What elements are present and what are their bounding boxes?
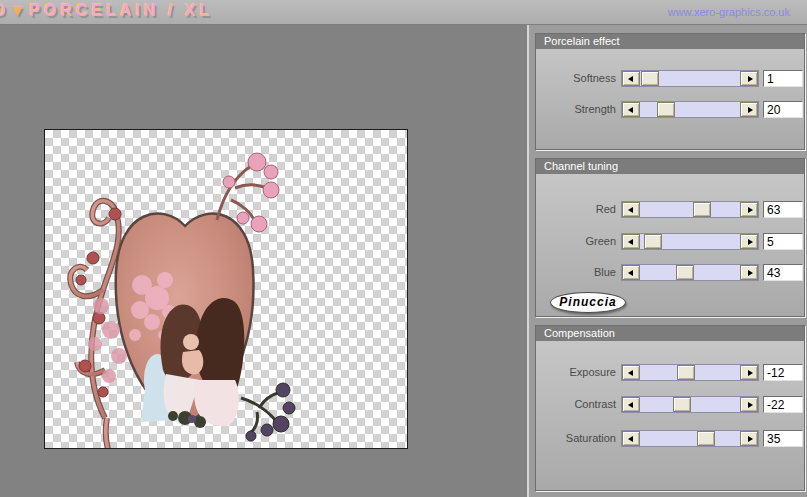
- value-field[interactable]: 63: [763, 201, 803, 218]
- slider-track[interactable]: [621, 201, 759, 218]
- value-field[interactable]: -22: [763, 396, 803, 413]
- arrow-left-icon: [628, 239, 633, 245]
- title-bar: O▼PORCELAIN / XL www.xero-graphics.co.uk: [0, 0, 807, 25]
- workspace-background: [0, 25, 527, 497]
- slider-left-arrow-button[interactable]: [622, 265, 640, 280]
- arrow-right-icon: [748, 107, 753, 113]
- arrow-right-icon: [748, 207, 753, 213]
- slider-label: Contrast: [536, 398, 616, 410]
- slider-row: Contrast -22: [536, 396, 804, 413]
- arrow-right-icon: [748, 270, 753, 276]
- slider-row: Green 5: [536, 233, 804, 250]
- slider-left-arrow-button[interactable]: [622, 365, 640, 380]
- section-header: Compensation: [536, 326, 804, 341]
- slider-right-arrow-button[interactable]: [740, 431, 758, 446]
- arrow-left-icon: [628, 270, 633, 276]
- section-header: Channel tuning: [536, 159, 804, 174]
- slider-thumb[interactable]: [697, 431, 715, 446]
- slider-thumb[interactable]: [693, 202, 711, 217]
- slider-right-arrow-button[interactable]: [740, 102, 758, 117]
- slider-thumb[interactable]: [676, 265, 694, 280]
- slider-label: Saturation: [536, 432, 616, 444]
- value-field[interactable]: 43: [763, 264, 803, 281]
- slider-label: Strength: [536, 103, 616, 115]
- slider-row: Exposure -12: [536, 364, 804, 381]
- slider-thumb[interactable]: [644, 234, 662, 249]
- section-compensation: Compensation Exposure -12 Contrast -22 S…: [535, 325, 805, 491]
- slider-label: Red: [536, 203, 616, 215]
- pinuccia-watermark-badge: Pinuccia: [550, 292, 626, 313]
- slider-right-arrow-button[interactable]: [740, 265, 758, 280]
- arrow-right-icon: [748, 370, 753, 376]
- slider-right-arrow-button[interactable]: [740, 71, 758, 86]
- image-preview-canvas[interactable]: [44, 129, 408, 449]
- plugin-window: { "titlebar": { "title_prefix": "O", "ti…: [0, 0, 807, 497]
- website-link[interactable]: www.xero-graphics.co.uk: [668, 6, 790, 18]
- arrow-right-icon: [748, 436, 753, 442]
- slider-label: Blue: [536, 266, 616, 278]
- arrow-left-icon: [628, 76, 633, 82]
- section-header: Porcelain effect: [536, 34, 804, 49]
- arrow-right-icon: [748, 402, 753, 408]
- slider-thumb[interactable]: [673, 397, 691, 412]
- value-field[interactable]: 35: [763, 430, 803, 447]
- slider-track[interactable]: [621, 364, 759, 381]
- slider-right-arrow-button[interactable]: [740, 397, 758, 412]
- slider-label: Exposure: [536, 366, 616, 378]
- slider-thumb[interactable]: [677, 365, 695, 380]
- slider-left-arrow-button[interactable]: [622, 397, 640, 412]
- value-field[interactable]: 5: [763, 233, 803, 250]
- arrow-left-icon: [628, 107, 633, 113]
- slider-track[interactable]: [621, 70, 759, 87]
- slider-label: Softness: [536, 72, 616, 84]
- value-field[interactable]: 1: [763, 70, 803, 87]
- slider-left-arrow-button[interactable]: [622, 71, 640, 86]
- slider-label: Green: [536, 235, 616, 247]
- slider-track[interactable]: [621, 430, 759, 447]
- slider-row: Red 63: [536, 201, 804, 218]
- slider-left-arrow-button[interactable]: [622, 102, 640, 117]
- slider-right-arrow-button[interactable]: [740, 202, 758, 217]
- slider-track[interactable]: [621, 264, 759, 281]
- value-field[interactable]: -12: [763, 364, 803, 381]
- title-main: PORCELAIN / XL: [29, 2, 213, 19]
- preview-artwork: [45, 130, 407, 448]
- slider-row: Saturation 35: [536, 430, 804, 447]
- plugin-title: O▼PORCELAIN / XL: [0, 2, 213, 20]
- value-field[interactable]: 20: [763, 101, 803, 118]
- arrow-left-icon: [628, 402, 633, 408]
- arrow-left-icon: [628, 436, 633, 442]
- slider-row: Blue 43: [536, 264, 804, 281]
- slider-track[interactable]: [621, 233, 759, 250]
- section-channel-tuning: Channel tuning Pinuccia Red 63 Green 5 B…: [535, 158, 805, 317]
- slider-left-arrow-button[interactable]: [622, 202, 640, 217]
- slider-left-arrow-button[interactable]: [622, 431, 640, 446]
- section-porcelain-effect: Porcelain effect Softness 1 Strength 20: [535, 33, 805, 150]
- slider-right-arrow-button[interactable]: [740, 365, 758, 380]
- slider-right-arrow-button[interactable]: [740, 234, 758, 249]
- arrow-right-icon: [748, 76, 753, 82]
- slider-row: Strength 20: [536, 101, 804, 118]
- slider-track[interactable]: [621, 396, 759, 413]
- arrow-left-icon: [628, 207, 633, 213]
- slider-row: Softness 1: [536, 70, 804, 87]
- arrow-left-icon: [628, 370, 633, 376]
- triangle-marker-icon: ▼: [9, 2, 29, 19]
- arrow-right-icon: [748, 239, 753, 245]
- slider-track[interactable]: [621, 101, 759, 118]
- slider-thumb[interactable]: [641, 71, 659, 86]
- slider-thumb[interactable]: [657, 102, 675, 117]
- slider-left-arrow-button[interactable]: [622, 234, 640, 249]
